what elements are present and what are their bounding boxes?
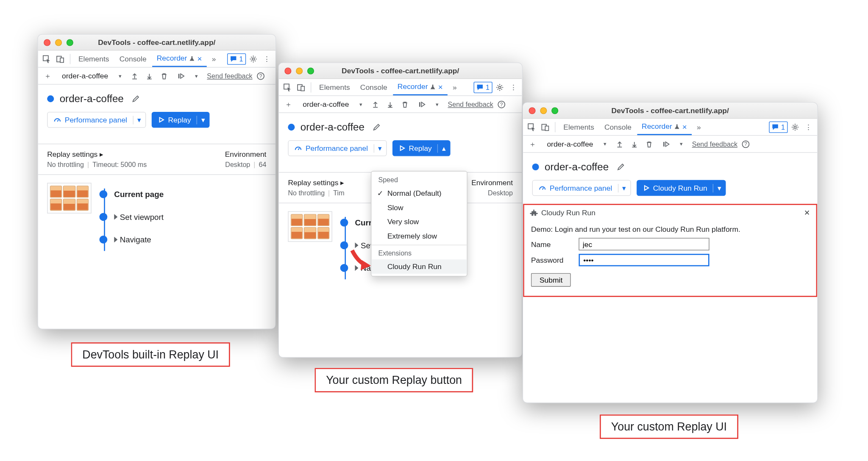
step-navigate[interactable]: Navigate <box>100 228 267 251</box>
performance-panel-button[interactable]: Performance panel▾ <box>288 140 387 156</box>
edit-icon[interactable] <box>129 92 142 105</box>
inspect-icon[interactable] <box>40 53 53 65</box>
help-icon[interactable]: ? <box>255 69 267 82</box>
import-icon[interactable] <box>143 69 156 82</box>
issues-badge[interactable]: 1 <box>474 81 492 93</box>
recording-title: order-a-coffee <box>60 93 124 105</box>
new-recording-icon[interactable]: ＋ <box>526 138 539 150</box>
close-panel-icon[interactable]: ✕ <box>804 208 810 217</box>
export-icon[interactable] <box>614 138 626 150</box>
tab-console[interactable]: Console <box>115 51 151 67</box>
device-icon[interactable] <box>54 53 66 65</box>
send-feedback-link[interactable]: Send feedback <box>692 140 737 148</box>
minimize-window-button[interactable] <box>296 67 303 74</box>
export-icon[interactable] <box>128 69 141 82</box>
replay-button[interactable]: Replay ▾ <box>152 112 210 128</box>
chevron-down-icon[interactable]: ▾ <box>618 183 630 192</box>
submit-button[interactable]: Submit <box>531 273 571 287</box>
import-icon[interactable] <box>629 138 641 150</box>
chevron-down-icon[interactable]: ▾ <box>190 69 202 82</box>
settings-icon[interactable] <box>493 81 506 93</box>
replay-button[interactable]: Replay▴ <box>392 140 451 156</box>
menu-item-very-slow[interactable]: Very slow <box>371 215 467 229</box>
inspect-icon[interactable] <box>281 81 293 93</box>
tab-recorder[interactable]: Recorder × <box>637 119 691 135</box>
new-recording-icon[interactable]: ＋ <box>42 69 54 82</box>
step-current-page[interactable]: Current page <box>100 183 267 206</box>
send-feedback-link[interactable]: Send feedback <box>448 100 493 108</box>
kebab-icon[interactable]: ⋮ <box>507 81 520 93</box>
issues-badge[interactable]: 1 <box>769 121 788 133</box>
send-feedback-link[interactable]: Send feedback <box>207 72 252 80</box>
new-recording-icon[interactable]: ＋ <box>282 98 295 110</box>
replay-settings-label[interactable]: Replay settings ▸ <box>47 150 147 158</box>
chevron-down-icon[interactable]: ▾ <box>431 98 443 110</box>
replay-settings-label[interactable]: Replay settings ▸ <box>288 178 344 187</box>
chevron-down-icon[interactable]: ▾ <box>355 98 367 110</box>
import-icon[interactable] <box>384 98 396 110</box>
chevron-down-icon[interactable]: ▾ <box>675 138 687 150</box>
kebab-icon[interactable]: ⋮ <box>261 53 273 65</box>
password-input[interactable] <box>579 254 709 266</box>
menu-item-cloudy[interactable]: Cloudy Run Run <box>371 259 467 274</box>
zoom-window-button[interactable] <box>67 39 73 46</box>
tab-elements[interactable]: Elements <box>74 51 114 67</box>
tab-console[interactable]: Console <box>600 119 636 135</box>
device-icon[interactable] <box>295 81 307 93</box>
chevron-down-icon[interactable]: ▾ <box>197 116 209 124</box>
help-icon[interactable]: ? <box>740 138 752 150</box>
tab-elements[interactable]: Elements <box>559 119 599 135</box>
more-tabs-icon[interactable]: » <box>208 53 220 65</box>
close-tab-icon[interactable]: × <box>438 82 443 91</box>
chevron-up-icon[interactable]: ▴ <box>437 144 450 153</box>
close-window-button[interactable] <box>44 39 50 46</box>
more-tabs-icon[interactable]: » <box>448 81 461 93</box>
edit-icon[interactable] <box>615 161 627 173</box>
recording-selector[interactable]: order-a-coffee <box>299 100 352 108</box>
issues-badge[interactable]: 1 <box>227 53 246 64</box>
chevron-down-icon[interactable]: ▾ <box>374 144 386 153</box>
zoom-window-button[interactable] <box>551 107 558 114</box>
edit-icon[interactable] <box>370 121 382 133</box>
delete-icon[interactable] <box>399 98 411 110</box>
menu-item-slow[interactable]: Slow <box>371 200 467 215</box>
close-tab-icon[interactable]: × <box>682 122 687 131</box>
minimize-window-button[interactable] <box>540 107 547 114</box>
step-icon[interactable] <box>416 98 428 110</box>
step-icon[interactable] <box>175 69 187 82</box>
close-window-button[interactable] <box>529 107 536 114</box>
tab-recorder[interactable]: Recorder × <box>393 79 447 95</box>
delete-icon[interactable] <box>158 69 170 82</box>
close-window-button[interactable] <box>284 67 291 74</box>
delete-icon[interactable] <box>643 138 655 150</box>
export-icon[interactable] <box>370 98 382 110</box>
menu-item-normal[interactable]: Normal (Default) <box>371 186 467 201</box>
chevron-down-icon[interactable]: ▾ <box>114 69 126 82</box>
chevron-down-icon[interactable]: ▾ <box>599 138 611 150</box>
inspect-icon[interactable] <box>526 121 538 133</box>
tab-console[interactable]: Console <box>356 79 392 95</box>
cloudy-run-button[interactable]: Cloudy Run Run▾ <box>637 180 726 196</box>
devtools-toolbar: Elements Console Recorder × » 1 ⋮ <box>38 50 275 67</box>
menu-item-extremely-slow[interactable]: Extremely slow <box>371 229 467 243</box>
tab-elements[interactable]: Elements <box>314 79 354 95</box>
close-tab-icon[interactable]: × <box>197 54 202 63</box>
step-set-viewport[interactable]: Set viewport <box>100 206 267 228</box>
step-icon[interactable] <box>660 138 673 150</box>
settings-icon[interactable] <box>247 53 259 65</box>
chevron-down-icon[interactable]: ▾ <box>133 116 145 124</box>
tab-recorder[interactable]: Recorder × <box>152 51 206 67</box>
help-icon[interactable]: ? <box>495 98 508 110</box>
zoom-window-button[interactable] <box>307 67 314 74</box>
name-input[interactable] <box>579 238 709 250</box>
settings-icon[interactable] <box>789 121 801 133</box>
more-tabs-icon[interactable]: » <box>693 121 705 133</box>
minimize-window-button[interactable] <box>55 39 62 46</box>
performance-panel-button[interactable]: Performance panel▾ <box>532 180 631 196</box>
chevron-down-icon[interactable]: ▾ <box>713 183 725 192</box>
recording-selector[interactable]: order-a-coffee <box>543 140 596 148</box>
recording-selector[interactable]: order-a-coffee <box>58 72 111 80</box>
performance-panel-button[interactable]: Performance panel ▾ <box>47 112 146 128</box>
device-icon[interactable] <box>539 121 551 133</box>
kebab-icon[interactable]: ⋮ <box>802 121 815 133</box>
